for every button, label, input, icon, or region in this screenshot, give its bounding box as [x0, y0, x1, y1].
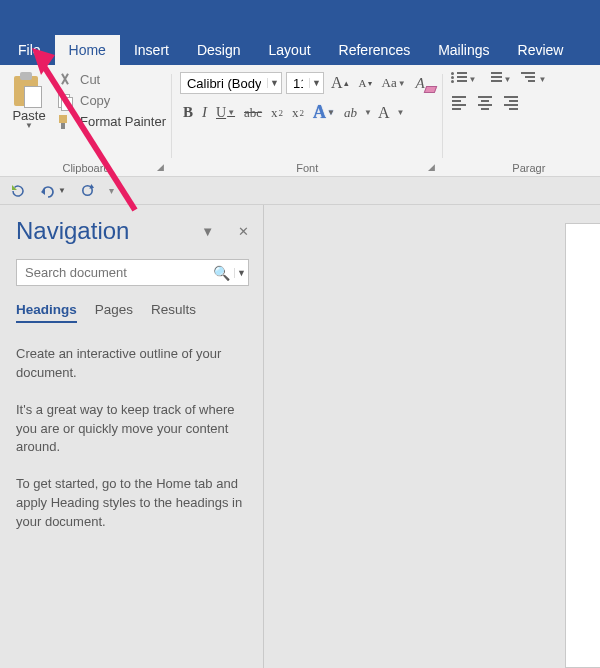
cut-button[interactable]: Cut [58, 72, 166, 87]
align-center-button[interactable] [475, 96, 497, 110]
undo-button[interactable]: ▼ [40, 183, 66, 199]
group-paragraph: ▼ ▼ ▼ Paragr [443, 70, 556, 176]
search-icon[interactable]: 🔍 [208, 265, 234, 281]
numbering-button[interactable]: ▼ [484, 72, 515, 86]
clipboard-launcher-icon[interactable]: ◢ [157, 162, 164, 172]
bold-button[interactable]: B [180, 104, 196, 121]
align-right-button[interactable] [501, 96, 523, 110]
bullets-icon [452, 72, 468, 86]
multilevel-list-icon [521, 72, 537, 86]
format-painter-icon [58, 115, 74, 129]
font-name-combo[interactable]: ▼ [180, 72, 282, 94]
navigation-tabs: Headings Pages Results [16, 302, 249, 323]
nav-help-p2: It's a great way to keep track of where … [16, 401, 249, 458]
italic-button[interactable]: I [199, 104, 210, 121]
font-size-input[interactable] [287, 73, 309, 93]
grow-font-button[interactable]: A▴ [328, 74, 352, 92]
align-left-icon [452, 96, 468, 110]
font-color-dropdown-icon[interactable]: ▼ [397, 108, 405, 117]
cut-icon [58, 73, 74, 87]
paste-icon [14, 72, 44, 108]
document-area[interactable] [264, 205, 600, 668]
superscript-button[interactable]: x2 [289, 105, 307, 121]
paste-button[interactable]: Paste ▼ [6, 70, 52, 160]
tab-insert[interactable]: Insert [120, 35, 183, 65]
redo-button[interactable] [80, 183, 95, 198]
multilevel-list-button[interactable]: ▼ [518, 72, 549, 86]
search-box[interactable]: 🔍 ▼ [16, 259, 249, 286]
font-size-combo[interactable]: ▼ [286, 72, 324, 94]
shrink-font-button[interactable]: A▾ [356, 77, 375, 89]
title-bar [0, 0, 600, 35]
numbering-icon [487, 72, 503, 86]
nav-tab-headings[interactable]: Headings [16, 302, 77, 323]
format-painter-label: Format Painter [80, 114, 166, 129]
workspace: Navigation ▼ ✕ 🔍 ▼ Headings Pages Result… [0, 205, 600, 668]
subscript-button[interactable]: x2 [268, 105, 286, 121]
group-clipboard: Paste ▼ Cut Copy Format Painter Clipbo [0, 70, 172, 176]
strikethrough-button[interactable]: abc [241, 105, 265, 121]
font-group-label: Font ◢ [178, 160, 437, 174]
tab-mailings[interactable]: Mailings [424, 35, 503, 65]
highlight-dropdown-icon[interactable]: ▼ [364, 108, 372, 117]
bullets-button[interactable]: ▼ [449, 72, 480, 86]
copy-icon [58, 94, 74, 108]
nav-tab-results[interactable]: Results [151, 302, 196, 323]
group-font: ▼ ▼ A▴ A▾ Aa ▼ A B I U ▼ abc x2 x2 A ▼ a… [172, 70, 443, 176]
tab-home[interactable]: Home [55, 35, 120, 65]
navigation-help-text: Create an interactive outline of your do… [16, 345, 249, 532]
refresh-button[interactable] [10, 183, 26, 199]
align-right-icon [504, 96, 520, 110]
text-effects-button[interactable]: A ▼ [310, 102, 338, 123]
search-input[interactable] [17, 265, 208, 280]
refresh-icon [10, 183, 26, 199]
nav-help-p3: To get started, go to the Home tab and a… [16, 475, 249, 532]
copy-label: Copy [80, 93, 110, 108]
navigation-options-icon[interactable]: ▼ [201, 224, 214, 239]
undo-icon [40, 183, 56, 199]
quick-access-toolbar: ▼ ▾ [0, 177, 600, 205]
font-color-button[interactable]: A [375, 104, 394, 122]
font-size-dropdown-icon[interactable]: ▼ [309, 78, 323, 88]
paragraph-group-label: Paragr [449, 160, 550, 174]
font-name-input[interactable] [181, 73, 267, 93]
ribbon: Paste ▼ Cut Copy Format Painter Clipbo [0, 65, 600, 177]
tab-design[interactable]: Design [183, 35, 255, 65]
clipboard-group-label: Clipboard ◢ [6, 160, 166, 174]
paste-dropdown-icon[interactable]: ▼ [25, 121, 33, 130]
nav-tab-pages[interactable]: Pages [95, 302, 133, 323]
align-left-button[interactable] [449, 96, 471, 110]
font-launcher-icon[interactable]: ◢ [428, 162, 435, 172]
underline-button[interactable]: U ▼ [213, 105, 238, 121]
format-painter-button[interactable]: Format Painter [58, 114, 166, 129]
search-dropdown-icon[interactable]: ▼ [234, 268, 248, 278]
qat-customize-button[interactable]: ▾ [109, 185, 114, 196]
tab-file[interactable]: File [4, 35, 55, 65]
redo-icon [80, 183, 95, 198]
navigation-title: Navigation [16, 217, 129, 245]
align-center-icon [478, 96, 494, 110]
document-page[interactable] [565, 223, 600, 668]
cut-label: Cut [80, 72, 100, 87]
nav-help-p1: Create an interactive outline of your do… [16, 345, 249, 383]
copy-button[interactable]: Copy [58, 93, 166, 108]
change-case-button[interactable]: Aa ▼ [379, 75, 409, 91]
highlight-button[interactable]: ab [341, 105, 361, 121]
font-name-dropdown-icon[interactable]: ▼ [267, 78, 281, 88]
tab-layout[interactable]: Layout [255, 35, 325, 65]
navigation-close-icon[interactable]: ✕ [238, 224, 249, 239]
tab-references[interactable]: References [325, 35, 425, 65]
ribbon-tab-strip: File Home Insert Design Layout Reference… [0, 35, 600, 65]
tab-review[interactable]: Review [504, 35, 578, 65]
navigation-pane: Navigation ▼ ✕ 🔍 ▼ Headings Pages Result… [0, 205, 263, 668]
clear-formatting-button[interactable]: A [413, 74, 435, 92]
